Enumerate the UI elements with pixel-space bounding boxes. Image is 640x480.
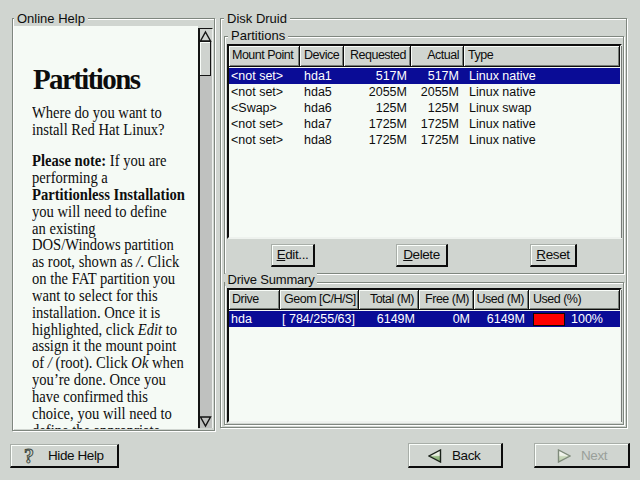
- svg-text:?: ?: [24, 447, 34, 467]
